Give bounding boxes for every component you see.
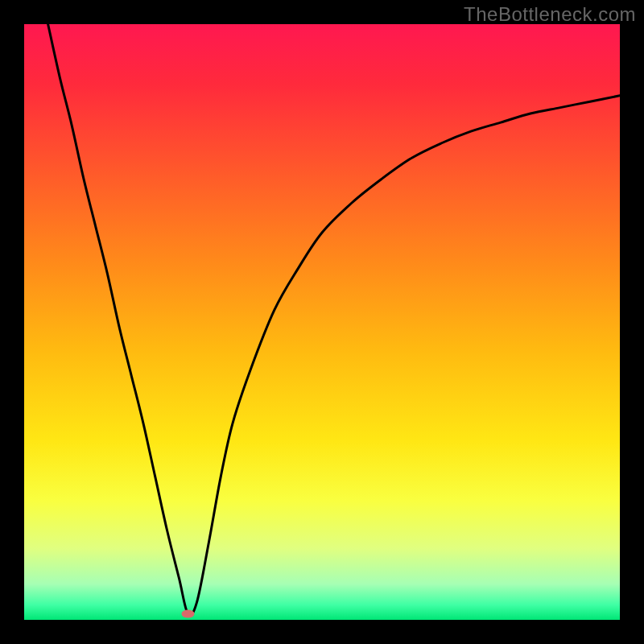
chart-frame: TheBottleneck.com xyxy=(0,0,644,644)
minimum-marker xyxy=(182,610,195,618)
watermark-text: TheBottleneck.com xyxy=(464,3,636,26)
plot-area xyxy=(24,24,620,620)
plot-svg xyxy=(24,24,620,620)
